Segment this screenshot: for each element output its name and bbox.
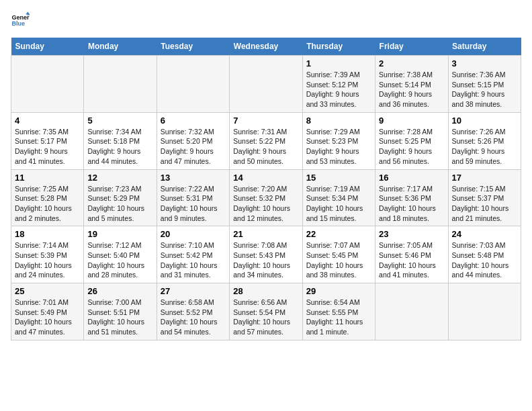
calendar-cell [448, 283, 521, 340]
day-number: 23 [379, 229, 444, 239]
day-number: 12 [87, 173, 152, 183]
day-number: 21 [233, 229, 298, 239]
day-header-tuesday: Tuesday [157, 38, 229, 56]
day-number: 15 [306, 173, 371, 183]
day-info: Sunrise: 7:34 AM Sunset: 5:18 PM Dayligh… [87, 127, 152, 167]
calendar-cell: 6Sunrise: 7:32 AM Sunset: 5:20 PM Daylig… [157, 112, 229, 169]
calendar-week-row: 25Sunrise: 7:01 AM Sunset: 5:49 PM Dayli… [11, 283, 521, 340]
calendar-cell: 3Sunrise: 7:36 AM Sunset: 5:15 PM Daylig… [448, 56, 521, 113]
day-number: 18 [15, 229, 80, 239]
day-info: Sunrise: 6:58 AM Sunset: 5:52 PM Dayligh… [161, 298, 226, 337]
svg-text:General: General [11, 14, 30, 21]
day-info: Sunrise: 6:56 AM Sunset: 5:54 PM Dayligh… [233, 298, 298, 337]
day-info: Sunrise: 7:22 AM Sunset: 5:31 PM Dayligh… [161, 184, 226, 224]
calendar-cell: 8Sunrise: 7:29 AM Sunset: 5:23 PM Daylig… [302, 112, 375, 169]
day-number: 13 [161, 173, 226, 183]
day-number: 25 [15, 286, 80, 296]
calendar-cell [375, 283, 448, 340]
svg-text:Blue: Blue [11, 20, 25, 27]
calendar-week-row: 1Sunrise: 7:39 AM Sunset: 5:12 PM Daylig… [11, 56, 521, 113]
logo-icon: General Blue [11, 11, 30, 30]
calendar-cell: 24Sunrise: 7:03 AM Sunset: 5:48 PM Dayli… [448, 226, 521, 283]
day-info: Sunrise: 7:14 AM Sunset: 5:39 PM Dayligh… [15, 240, 80, 280]
day-header-monday: Monday [84, 38, 157, 56]
calendar-week-row: 4Sunrise: 7:35 AM Sunset: 5:17 PM Daylig… [11, 112, 521, 169]
calendar-cell: 27Sunrise: 6:58 AM Sunset: 5:52 PM Dayli… [157, 283, 229, 340]
header: General Blue [11, 11, 521, 30]
calendar-table: SundayMondayTuesdayWednesdayThursdayFrid… [11, 38, 521, 340]
calendar-cell [157, 56, 229, 113]
calendar-cell: 22Sunrise: 7:07 AM Sunset: 5:45 PM Dayli… [302, 226, 375, 283]
day-info: Sunrise: 7:39 AM Sunset: 5:12 PM Dayligh… [306, 70, 371, 109]
day-info: Sunrise: 6:54 AM Sunset: 5:55 PM Dayligh… [306, 298, 371, 337]
day-number: 17 [452, 173, 517, 183]
day-header-sunday: Sunday [11, 38, 84, 56]
day-info: Sunrise: 7:25 AM Sunset: 5:28 PM Dayligh… [15, 184, 80, 224]
logo: General Blue [11, 11, 30, 30]
day-info: Sunrise: 7:23 AM Sunset: 5:29 PM Dayligh… [87, 184, 152, 224]
day-info: Sunrise: 7:38 AM Sunset: 5:14 PM Dayligh… [379, 70, 444, 109]
calendar-week-row: 18Sunrise: 7:14 AM Sunset: 5:39 PM Dayli… [11, 226, 521, 283]
day-number: 6 [161, 116, 226, 126]
day-header-friday: Friday [375, 38, 448, 56]
day-info: Sunrise: 7:20 AM Sunset: 5:32 PM Dayligh… [233, 184, 298, 224]
day-number: 22 [306, 229, 371, 239]
day-number: 1 [306, 58, 371, 68]
calendar-cell: 4Sunrise: 7:35 AM Sunset: 5:17 PM Daylig… [11, 112, 84, 169]
calendar-cell: 11Sunrise: 7:25 AM Sunset: 5:28 PM Dayli… [11, 169, 84, 226]
day-info: Sunrise: 7:17 AM Sunset: 5:36 PM Dayligh… [379, 184, 444, 224]
day-info: Sunrise: 7:36 AM Sunset: 5:15 PM Dayligh… [452, 70, 517, 109]
day-number: 14 [233, 173, 298, 183]
day-info: Sunrise: 7:10 AM Sunset: 5:42 PM Dayligh… [161, 240, 226, 280]
day-number: 27 [161, 286, 226, 296]
calendar-cell: 7Sunrise: 7:31 AM Sunset: 5:22 PM Daylig… [230, 112, 302, 169]
day-number: 26 [87, 286, 152, 296]
day-header-thursday: Thursday [302, 38, 375, 56]
day-number: 29 [306, 286, 371, 296]
calendar-cell: 26Sunrise: 7:00 AM Sunset: 5:51 PM Dayli… [84, 283, 157, 340]
day-info: Sunrise: 7:29 AM Sunset: 5:23 PM Dayligh… [306, 127, 371, 167]
day-info: Sunrise: 7:19 AM Sunset: 5:34 PM Dayligh… [306, 184, 371, 224]
calendar-cell: 5Sunrise: 7:34 AM Sunset: 5:18 PM Daylig… [84, 112, 157, 169]
day-number: 5 [87, 116, 152, 126]
day-info: Sunrise: 7:00 AM Sunset: 5:51 PM Dayligh… [87, 298, 152, 337]
calendar-cell [11, 56, 84, 113]
calendar-cell: 13Sunrise: 7:22 AM Sunset: 5:31 PM Dayli… [157, 169, 229, 226]
day-info: Sunrise: 7:32 AM Sunset: 5:20 PM Dayligh… [161, 127, 226, 167]
day-number: 20 [161, 229, 226, 239]
calendar-cell: 17Sunrise: 7:15 AM Sunset: 5:37 PM Dayli… [448, 169, 521, 226]
calendar-week-row: 11Sunrise: 7:25 AM Sunset: 5:28 PM Dayli… [11, 169, 521, 226]
day-number: 2 [379, 58, 444, 68]
calendar-cell: 10Sunrise: 7:26 AM Sunset: 5:26 PM Dayli… [448, 112, 521, 169]
calendar-cell [84, 56, 157, 113]
day-number: 7 [233, 116, 298, 126]
calendar-cell: 9Sunrise: 7:28 AM Sunset: 5:25 PM Daylig… [375, 112, 448, 169]
day-number: 8 [306, 116, 371, 126]
calendar-header-row: SundayMondayTuesdayWednesdayThursdayFrid… [11, 38, 521, 56]
calendar-cell: 28Sunrise: 6:56 AM Sunset: 5:54 PM Dayli… [230, 283, 302, 340]
calendar-cell: 25Sunrise: 7:01 AM Sunset: 5:49 PM Dayli… [11, 283, 84, 340]
calendar-cell: 20Sunrise: 7:10 AM Sunset: 5:42 PM Dayli… [157, 226, 229, 283]
calendar-cell: 21Sunrise: 7:08 AM Sunset: 5:43 PM Dayli… [230, 226, 302, 283]
day-header-wednesday: Wednesday [230, 38, 302, 56]
calendar-cell: 2Sunrise: 7:38 AM Sunset: 5:14 PM Daylig… [375, 56, 448, 113]
day-number: 4 [15, 116, 80, 126]
day-number: 11 [15, 173, 80, 183]
day-number: 28 [233, 286, 298, 296]
day-info: Sunrise: 7:15 AM Sunset: 5:37 PM Dayligh… [452, 184, 517, 224]
calendar-cell: 1Sunrise: 7:39 AM Sunset: 5:12 PM Daylig… [302, 56, 375, 113]
day-number: 3 [452, 58, 517, 68]
calendar-cell: 15Sunrise: 7:19 AM Sunset: 5:34 PM Dayli… [302, 169, 375, 226]
day-info: Sunrise: 7:28 AM Sunset: 5:25 PM Dayligh… [379, 127, 444, 167]
calendar-cell: 29Sunrise: 6:54 AM Sunset: 5:55 PM Dayli… [302, 283, 375, 340]
day-info: Sunrise: 7:05 AM Sunset: 5:46 PM Dayligh… [379, 240, 444, 280]
day-info: Sunrise: 7:07 AM Sunset: 5:45 PM Dayligh… [306, 240, 371, 280]
calendar-cell: 23Sunrise: 7:05 AM Sunset: 5:46 PM Dayli… [375, 226, 448, 283]
day-info: Sunrise: 7:31 AM Sunset: 5:22 PM Dayligh… [233, 127, 298, 167]
day-info: Sunrise: 7:08 AM Sunset: 5:43 PM Dayligh… [233, 240, 298, 280]
calendar-cell: 16Sunrise: 7:17 AM Sunset: 5:36 PM Dayli… [375, 169, 448, 226]
day-number: 19 [87, 229, 152, 239]
day-info: Sunrise: 7:12 AM Sunset: 5:40 PM Dayligh… [87, 240, 152, 280]
day-number: 24 [452, 229, 517, 239]
day-info: Sunrise: 7:03 AM Sunset: 5:48 PM Dayligh… [452, 240, 517, 280]
